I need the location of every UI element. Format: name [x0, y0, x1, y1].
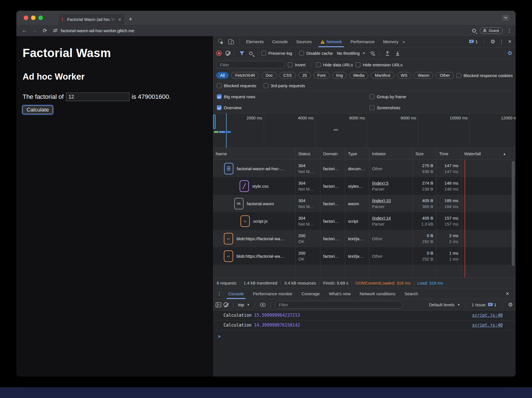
search-icon[interactable]	[249, 52, 253, 55]
chip-js[interactable]: JS	[298, 72, 311, 79]
chip-wasm[interactable]: Wasm	[414, 72, 433, 79]
col-domain[interactable]: Domain	[320, 148, 345, 159]
console-sidebar-icon[interactable]	[216, 302, 221, 307]
tab-console[interactable]: Console	[268, 36, 292, 47]
checkbox-unchecked[interactable]	[261, 51, 266, 56]
tab-performance[interactable]: Performance	[346, 36, 379, 47]
window-maximize-button[interactable]	[38, 16, 43, 20]
drawer-tab-whats-new[interactable]: What's new	[324, 288, 355, 299]
overview-checkbox[interactable]: Overview	[217, 105, 242, 110]
checkbox-unchecked[interactable]	[299, 51, 304, 56]
checkbox-unchecked[interactable]	[370, 94, 375, 99]
console-message[interactable]: Calculation 15.599999964237213 script.js…	[213, 310, 516, 320]
col-time[interactable]: Time	[436, 148, 461, 159]
window-close-button[interactable]	[24, 16, 28, 20]
drawer-tab-network-conditions[interactable]: Network conditions	[355, 288, 400, 299]
profile-button[interactable]: Guest	[480, 27, 503, 34]
drawer-tab-search[interactable]: Search	[400, 288, 422, 299]
address-bar[interactable]: factorial-wasm-ad-hoc-worker.glitch.me	[53, 28, 470, 33]
chip-media[interactable]: Media	[349, 72, 369, 79]
hide-extension-urls-checkbox[interactable]: Hide extension URLs	[356, 62, 402, 67]
blocked-requests-checkbox[interactable]: Blocked requests	[217, 83, 256, 88]
initiator-link[interactable]: (index):5	[372, 180, 410, 186]
col-name[interactable]: Name	[213, 148, 295, 159]
checkbox-unchecked[interactable]	[456, 73, 461, 78]
console-settings-gear-icon[interactable]: ⚙	[508, 302, 513, 307]
source-link[interactable]: script.js:40	[472, 313, 503, 318]
table-row[interactable]: ☰factorial-wasm-ad-hoc-… 304Not M… facto…	[213, 160, 516, 177]
table-row[interactable]: WAfactorial.wasm 304Not M… factori… wasm…	[213, 195, 516, 212]
col-type[interactable]: Type	[345, 148, 369, 159]
calculate-button[interactable]: Calculate	[23, 106, 53, 114]
reload-icon[interactable]: ⟳	[41, 27, 49, 34]
col-size[interactable]: Size	[413, 148, 436, 159]
log-levels-dropdown[interactable]: Default levels ▼	[429, 302, 460, 307]
window-minimize-button[interactable]	[31, 16, 36, 20]
checkbox-unchecked[interactable]	[264, 83, 268, 88]
chip-other[interactable]: Other	[436, 72, 454, 79]
table-row[interactable]: ╱style.css 304Not M… factori… styles… (i…	[213, 177, 516, 195]
table-row[interactable]: ‹›script.js 304Not M… factori… script (i…	[213, 212, 516, 230]
initiator-link[interactable]: (index):14	[372, 215, 410, 221]
settings-gear-icon[interactable]: ⚙	[491, 39, 495, 44]
tab-close-icon[interactable]: ✕	[118, 18, 121, 22]
drawer-menu-icon[interactable]: ⋮	[217, 291, 222, 297]
chip-font[interactable]: Font	[314, 72, 330, 79]
checkbox-checked[interactable]	[217, 105, 222, 110]
live-expression-eye-icon[interactable]	[260, 302, 266, 307]
zoom-icon[interactable]	[472, 29, 476, 32]
more-tabs-icon[interactable]: »	[403, 40, 404, 44]
hide-data-urls-checkbox[interactable]: Hide data URLs	[316, 62, 353, 67]
device-toolbar-icon[interactable]	[228, 39, 235, 45]
clear-icon[interactable]	[226, 51, 230, 56]
invert-checkbox[interactable]: Invert	[288, 62, 306, 67]
third-party-requests-checkbox[interactable]: 3rd-party requests	[264, 83, 305, 88]
browser-tab[interactable]: ! Factorial Wasm (ad hoc Work ✕	[59, 14, 124, 25]
new-tab-button[interactable]: +	[129, 16, 132, 23]
forward-icon[interactable]: →	[30, 27, 39, 34]
chip-img[interactable]: Img	[332, 72, 347, 79]
messages-badge[interactable]: 1	[469, 39, 478, 44]
checkbox-unchecked[interactable]	[356, 62, 360, 67]
throttling-dropdown[interactable]: No throttling ▼	[337, 51, 365, 56]
tab-memory[interactable]: Memory	[379, 36, 403, 47]
back-icon[interactable]: ←	[20, 27, 29, 34]
checkbox-unchecked[interactable]	[288, 62, 293, 67]
chip-manifest[interactable]: Manifest	[371, 72, 394, 79]
factorial-input[interactable]	[66, 93, 130, 101]
table-row[interactable]: ‹›blob:https://factorial-wa… 200OK facto…	[213, 247, 516, 265]
network-settings-gear-icon[interactable]: ⚙	[507, 51, 512, 56]
console-message[interactable]: Calculation 14.399999976158142 script.js…	[213, 320, 516, 330]
devtools-menu-icon[interactable]: ⋮	[499, 39, 504, 45]
filter-funnel-icon[interactable]	[239, 51, 245, 56]
timeline-selection-handle[interactable]	[213, 114, 216, 129]
import-har-icon[interactable]	[385, 51, 390, 56]
chip-css[interactable]: CSS	[279, 72, 296, 79]
devtools-close-icon[interactable]: ✕	[508, 39, 512, 44]
tab-sources[interactable]: Sources	[292, 36, 316, 47]
col-initiator[interactable]: Initiator	[369, 148, 413, 159]
source-link[interactable]: script.js:40	[472, 323, 503, 328]
table-scrollbar[interactable]	[512, 161, 515, 266]
checkbox-unchecked[interactable]	[370, 105, 375, 110]
drawer-tab-performance-monitor[interactable]: Performance monitor	[248, 288, 297, 299]
site-settings-icon[interactable]	[53, 29, 58, 32]
chip-ws[interactable]: WS	[397, 72, 411, 79]
export-har-icon[interactable]	[395, 51, 400, 56]
record-icon[interactable]	[216, 51, 222, 56]
context-dropdown[interactable]: top ▼	[238, 302, 250, 307]
disable-cache-checkbox[interactable]: Disable cache	[299, 51, 333, 56]
tab-network[interactable]: Network	[316, 36, 346, 47]
col-status[interactable]: Status	[295, 148, 320, 159]
big-request-rows-checkbox[interactable]: Big request rows	[217, 94, 255, 99]
network-conditions-icon[interactable]	[369, 51, 376, 56]
chip-all[interactable]: All	[216, 72, 229, 79]
blocked-response-cookies-checkbox[interactable]: Blocked response cookies	[456, 73, 514, 78]
drawer-tab-console[interactable]: Console	[224, 288, 248, 299]
col-waterfall[interactable]: Waterfall ▲	[461, 148, 516, 159]
network-overview-timeline[interactable]: 2000 ms 4000 ms 6000 ms 8000 ms 10000 ms…	[213, 113, 516, 148]
inspect-icon[interactable]	[218, 39, 224, 45]
checkbox-unchecked[interactable]	[316, 62, 321, 67]
browser-menu-icon[interactable]: ⋮	[507, 28, 512, 34]
console-filter-input[interactable]	[275, 301, 403, 309]
